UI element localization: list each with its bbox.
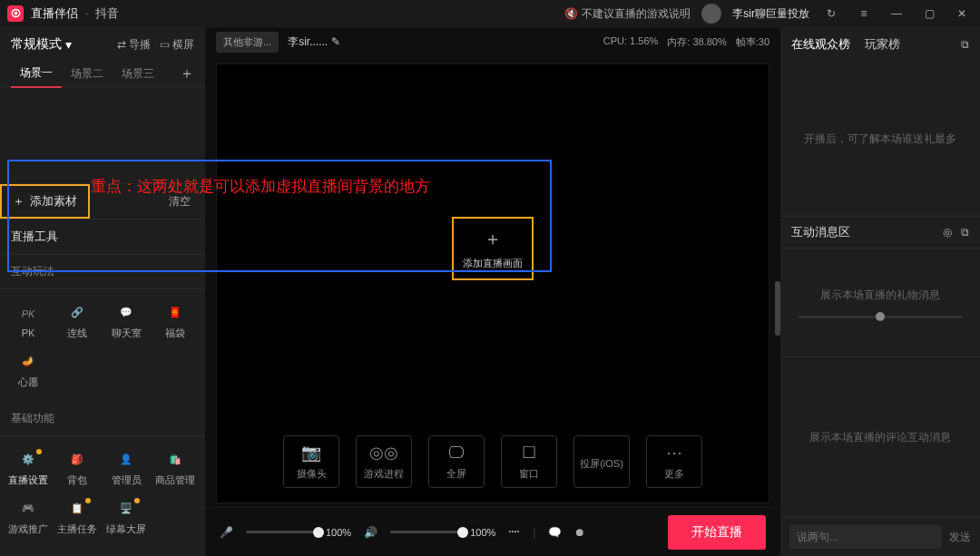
comment-panel: 展示本场直播的评论互动消息 — [780, 356, 980, 517]
tool-wish[interactable]: 🪔心愿 — [4, 346, 53, 395]
tool-backpack[interactable]: 🎒背包 — [53, 444, 102, 493]
mic-icon[interactable]: 🎤 — [220, 526, 233, 539]
add-source-button[interactable]: ＋ 添加素材 — [0, 184, 90, 219]
message-header-label: 互动消息区 — [791, 224, 850, 240]
tool-luckybag[interactable]: 🧧福袋 — [151, 297, 200, 346]
add-source-label: 添加素材 — [30, 193, 77, 210]
add-scene-button[interactable]: ＋ — [180, 64, 194, 83]
chatroom-icon: 💬 — [116, 303, 136, 323]
tool-label: 背包 — [67, 473, 87, 487]
tools-header: 直播工具 — [0, 219, 205, 255]
source-more[interactable]: ⋯更多 — [646, 435, 702, 488]
speaker-icon[interactable]: 🔊 — [364, 526, 377, 539]
tool-pk[interactable]: PKPK — [4, 297, 53, 346]
scene-tab-2[interactable]: 场景二 — [62, 61, 113, 87]
user-name[interactable]: 李sir聊巨量投放 — [732, 6, 809, 22]
tasks-icon: 📋 — [67, 499, 87, 519]
preview-canvas[interactable]: ＋ 添加直播画面 📷摄像头 ◎◎游戏进程 🖵全屏 ☐窗口 投屏(iOS) ⋯更多 — [216, 63, 769, 503]
greenscreen-icon: 🖥️ — [116, 499, 136, 519]
swap-button[interactable]: ⇄导播 — [117, 37, 151, 53]
source-game[interactable]: ◎◎游戏进程 — [356, 435, 412, 488]
scene-tab-3[interactable]: 场景三 — [113, 61, 163, 87]
tool-chatroom[interactable]: 💬聊天室 — [102, 297, 151, 346]
center-bottom-bar: 🎤 100% 🔊 100% ᠁ | 🗨️ ⏺ 开始直播 — [205, 507, 780, 556]
send-button[interactable]: 发送 — [949, 530, 971, 545]
tool-products[interactable]: 🛍️商品管理 — [151, 444, 200, 493]
category-chip[interactable]: 其他非游... — [216, 32, 279, 53]
equalizer-icon[interactable]: ᠁ — [508, 526, 520, 539]
source-label: 摄像头 — [297, 467, 327, 481]
orientation-label: 横屏 — [172, 37, 194, 53]
popout-icon[interactable]: ⧉ — [961, 38, 969, 51]
source-window[interactable]: ☐窗口 — [501, 435, 557, 488]
luckybag-icon: 🧧 — [165, 303, 185, 323]
right-sidebar: 在线观众榜 玩家榜 ⧉ 开播后，可了解本场谁送礼最多 互动消息区 ◎ ⧉ 展示本… — [780, 27, 980, 556]
tool-admin[interactable]: 👤管理员 — [102, 444, 151, 493]
tool-label: 管理员 — [112, 473, 142, 487]
app-logo-icon: ⦿ — [7, 5, 24, 22]
tab-audience[interactable]: 在线观众榜 — [791, 36, 850, 53]
record-icon[interactable]: ⏺ — [574, 526, 585, 539]
source-label: 窗口 — [519, 467, 539, 481]
tool-label: 主播任务 — [57, 522, 97, 536]
mem-stat: 内存: 38.80% — [667, 35, 726, 49]
source-label: 游戏进程 — [364, 467, 404, 481]
tool-game-promo[interactable]: 🎮游戏推广 — [4, 493, 53, 541]
monitor-icon: 🖵 — [448, 444, 465, 463]
basic-grid: ⚙️直播设置 🎒背包 👤管理员 🛍️商品管理 🎮游戏推广 📋主播任务 🖥️绿幕大… — [0, 436, 205, 549]
left-sidebar: 常规模式 ▾ ⇄导播 ▭横屏 场景一 场景二 场景三 ＋ ＋ 添加素材 清空 直… — [0, 27, 205, 556]
minimize-icon[interactable]: — — [886, 3, 907, 24]
chevron-down-icon: ▾ — [65, 37, 72, 52]
source-row: 📷摄像头 ◎◎游戏进程 🖵全屏 ☐窗口 投屏(iOS) ⋯更多 — [217, 423, 769, 497]
mic-volume-slider[interactable]: 100% — [246, 527, 351, 538]
performance-stats: CPU: 1.56% 内存: 38.80% 帧率:30 — [603, 35, 769, 49]
tool-label: 连线 — [67, 327, 87, 340]
chat-input[interactable] — [789, 525, 942, 549]
admin-icon: 👤 — [116, 450, 136, 470]
message-section-header: 互动消息区 ◎ ⧉ — [780, 216, 980, 248]
maximize-icon[interactable]: ▢ — [918, 3, 940, 24]
scene-tabs: 场景一 场景二 场景三 ＋ — [0, 62, 205, 87]
avatar[interactable] — [701, 4, 721, 24]
mute-icon: 🔇 — [564, 7, 578, 20]
title-separator: · — [85, 7, 88, 20]
game-tip-link[interactable]: 🔇 不建议直播的游戏说明 — [564, 6, 691, 22]
danmaku-icon[interactable]: 🗨️ — [548, 526, 562, 539]
mic-volume-label: 100% — [326, 527, 351, 538]
orientation-button[interactable]: ▭横屏 — [160, 37, 194, 53]
game-icon: ◎◎ — [369, 443, 398, 463]
source-fullscreen[interactable]: 🖵全屏 — [428, 435, 485, 488]
app-name: 直播伴侣 — [31, 5, 78, 22]
tool-label: 聊天室 — [112, 327, 142, 340]
swap-icon: ⇄ — [117, 38, 126, 51]
annotation-text: 重点：这两处就是可以添加虚拟直播间背景的地方 — [91, 176, 430, 197]
source-ios[interactable]: 投屏(iOS) — [573, 435, 630, 488]
popout-icon[interactable]: ⧉ — [961, 226, 969, 239]
start-stream-button[interactable]: 开始直播 — [668, 515, 766, 550]
platform-name: 抖音 — [95, 5, 119, 22]
menu-icon[interactable]: ≡ — [853, 3, 875, 24]
refresh-icon[interactable]: ↻ — [820, 3, 842, 24]
tool-label: 直播设置 — [8, 473, 48, 487]
pencil-icon: ✎ — [331, 35, 340, 48]
target-icon[interactable]: ◎ — [943, 226, 952, 239]
tool-stream-settings[interactable]: ⚙️直播设置 — [4, 444, 53, 493]
stream-title[interactable]: 李sir......✎ — [288, 34, 340, 50]
basic-header: 基础功能 — [0, 402, 205, 436]
tool-greenscreen[interactable]: 🖥️绿幕大屏 — [102, 493, 151, 541]
mode-label: 常规模式 — [11, 36, 62, 53]
source-camera[interactable]: 📷摄像头 — [283, 435, 339, 488]
tool-host-tasks[interactable]: 📋主播任务 — [53, 493, 102, 541]
tool-label: 心愿 — [18, 376, 38, 389]
scrollbar-thumb[interactable] — [775, 281, 780, 336]
gift-splitter[interactable] — [799, 316, 962, 318]
speaker-volume-slider[interactable]: 100% — [390, 527, 495, 538]
mode-selector[interactable]: 常规模式 ▾ — [11, 36, 72, 53]
close-icon[interactable]: ✕ — [951, 3, 973, 24]
tab-players[interactable]: 玩家榜 — [865, 36, 900, 53]
scene-tab-1[interactable]: 场景一 — [11, 60, 62, 88]
add-canvas-button[interactable]: ＋ 添加直播画面 — [452, 217, 534, 280]
plus-icon: ＋ — [484, 227, 502, 251]
tool-connect[interactable]: 🔗连线 — [53, 297, 102, 346]
titlebar: ⦿ 直播伴侣 · 抖音 🔇 不建议直播的游戏说明 李sir聊巨量投放 ↻ ≡ —… — [0, 0, 980, 27]
